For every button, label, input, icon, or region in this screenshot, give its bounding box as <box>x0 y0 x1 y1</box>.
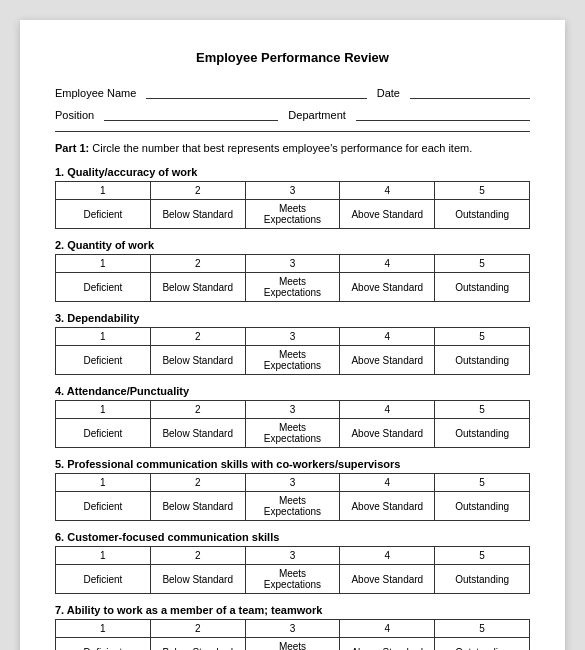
position-department-row: Position Department <box>55 105 530 121</box>
rating-desc-5[interactable]: Outstanding <box>435 200 530 229</box>
page: Employee Performance Review Employee Nam… <box>20 20 565 650</box>
name-date-row: Employee Name Date <box>55 83 530 99</box>
rating-number-1[interactable]: 1 <box>56 620 151 638</box>
instruction: Part 1: Circle the number that best repr… <box>55 142 530 154</box>
rating-number-2[interactable]: 2 <box>150 620 245 638</box>
rating-number-3[interactable]: 3 <box>245 328 340 346</box>
rating-number-4[interactable]: 4 <box>340 474 435 492</box>
section-3: 3. Dependability12345DeficientBelow Stan… <box>55 312 530 375</box>
rating-number-1[interactable]: 1 <box>56 328 151 346</box>
rating-number-4[interactable]: 4 <box>340 401 435 419</box>
rating-desc-3[interactable]: Meets Expectations <box>245 346 340 375</box>
section-1: 1. Quality/accuracy of work12345Deficien… <box>55 166 530 229</box>
rating-desc-4[interactable]: Above Standard <box>340 273 435 302</box>
rating-desc-2[interactable]: Below Standard <box>150 638 245 651</box>
rating-desc-2[interactable]: Below Standard <box>150 346 245 375</box>
department-input[interactable] <box>356 105 530 121</box>
rating-number-4[interactable]: 4 <box>340 328 435 346</box>
section-5-title: 5. Professional communication skills wit… <box>55 458 530 470</box>
rating-number-5[interactable]: 5 <box>435 547 530 565</box>
rating-desc-5[interactable]: Outstanding <box>435 419 530 448</box>
rating-number-3[interactable]: 3 <box>245 182 340 200</box>
rating-number-5[interactable]: 5 <box>435 620 530 638</box>
section-2: 2. Quantity of work12345DeficientBelow S… <box>55 239 530 302</box>
rating-desc-5[interactable]: Outstanding <box>435 638 530 651</box>
rating-number-4[interactable]: 4 <box>340 547 435 565</box>
rating-number-2[interactable]: 2 <box>150 328 245 346</box>
rating-desc-4[interactable]: Above Standard <box>340 346 435 375</box>
rating-number-1[interactable]: 1 <box>56 182 151 200</box>
rating-desc-2[interactable]: Below Standard <box>150 273 245 302</box>
rating-desc-3[interactable]: Meets Expectations <box>245 492 340 521</box>
divider <box>55 131 530 132</box>
rating-desc-4[interactable]: Above Standard <box>340 200 435 229</box>
section-4-title: 4. Attendance/Punctuality <box>55 385 530 397</box>
section-3-table: 12345DeficientBelow StandardMeets Expect… <box>55 327 530 375</box>
section-6-title: 6. Customer-focused communication skills <box>55 531 530 543</box>
rating-desc-1[interactable]: Deficient <box>56 419 151 448</box>
rating-number-1[interactable]: 1 <box>56 401 151 419</box>
employee-name-input[interactable] <box>146 83 366 99</box>
date-input[interactable] <box>410 83 530 99</box>
section-6-table: 12345DeficientBelow StandardMeets Expect… <box>55 546 530 594</box>
rating-desc-5[interactable]: Outstanding <box>435 492 530 521</box>
rating-number-2[interactable]: 2 <box>150 255 245 273</box>
rating-number-3[interactable]: 3 <box>245 401 340 419</box>
rating-number-5[interactable]: 5 <box>435 401 530 419</box>
instruction-text: Circle the number that best represents e… <box>92 142 472 154</box>
position-label: Position <box>55 109 94 121</box>
rating-desc-1[interactable]: Deficient <box>56 565 151 594</box>
rating-desc-4[interactable]: Above Standard <box>340 492 435 521</box>
section-7-title: 7. Ability to work as a member of a team… <box>55 604 530 616</box>
rating-number-3[interactable]: 3 <box>245 547 340 565</box>
rating-number-1[interactable]: 1 <box>56 474 151 492</box>
rating-number-5[interactable]: 5 <box>435 474 530 492</box>
section-1-table: 12345DeficientBelow StandardMeets Expect… <box>55 181 530 229</box>
rating-desc-3[interactable]: Meets Expectations <box>245 565 340 594</box>
rating-desc-1[interactable]: Deficient <box>56 200 151 229</box>
rating-number-4[interactable]: 4 <box>340 620 435 638</box>
rating-number-5[interactable]: 5 <box>435 328 530 346</box>
section-7: 7. Ability to work as a member of a team… <box>55 604 530 650</box>
rating-desc-4[interactable]: Above Standard <box>340 419 435 448</box>
section-3-title: 3. Dependability <box>55 312 530 324</box>
rating-number-2[interactable]: 2 <box>150 547 245 565</box>
rating-desc-1[interactable]: Deficient <box>56 273 151 302</box>
rating-desc-5[interactable]: Outstanding <box>435 273 530 302</box>
employee-name-label: Employee Name <box>55 87 136 99</box>
rating-desc-4[interactable]: Above Standard <box>340 638 435 651</box>
section-1-title: 1. Quality/accuracy of work <box>55 166 530 178</box>
rating-number-4[interactable]: 4 <box>340 182 435 200</box>
position-input[interactable] <box>104 105 278 121</box>
section-5-table: 12345DeficientBelow StandardMeets Expect… <box>55 473 530 521</box>
rating-desc-3[interactable]: Meets Expectations <box>245 200 340 229</box>
rating-desc-1[interactable]: Deficient <box>56 638 151 651</box>
section-7-table: 12345DeficientBelow StandardMeets Expect… <box>55 619 530 650</box>
rating-desc-2[interactable]: Below Standard <box>150 565 245 594</box>
rating-number-5[interactable]: 5 <box>435 182 530 200</box>
rating-number-2[interactable]: 2 <box>150 474 245 492</box>
rating-desc-3[interactable]: Meets Expectations <box>245 419 340 448</box>
rating-number-5[interactable]: 5 <box>435 255 530 273</box>
rating-desc-2[interactable]: Below Standard <box>150 492 245 521</box>
rating-desc-3[interactable]: Meets Expectations <box>245 273 340 302</box>
date-label: Date <box>377 87 400 99</box>
rating-desc-1[interactable]: Deficient <box>56 346 151 375</box>
rating-number-1[interactable]: 1 <box>56 547 151 565</box>
rating-desc-4[interactable]: Above Standard <box>340 565 435 594</box>
rating-desc-1[interactable]: Deficient <box>56 492 151 521</box>
rating-number-2[interactable]: 2 <box>150 182 245 200</box>
rating-number-3[interactable]: 3 <box>245 255 340 273</box>
rating-desc-2[interactable]: Below Standard <box>150 200 245 229</box>
rating-desc-5[interactable]: Outstanding <box>435 565 530 594</box>
rating-number-4[interactable]: 4 <box>340 255 435 273</box>
rating-number-2[interactable]: 2 <box>150 401 245 419</box>
rating-number-3[interactable]: 3 <box>245 474 340 492</box>
rating-desc-3[interactable]: Meets Expectations <box>245 638 340 651</box>
rating-number-1[interactable]: 1 <box>56 255 151 273</box>
department-label: Department <box>288 109 345 121</box>
rating-number-3[interactable]: 3 <box>245 620 340 638</box>
section-2-title: 2. Quantity of work <box>55 239 530 251</box>
rating-desc-2[interactable]: Below Standard <box>150 419 245 448</box>
rating-desc-5[interactable]: Outstanding <box>435 346 530 375</box>
